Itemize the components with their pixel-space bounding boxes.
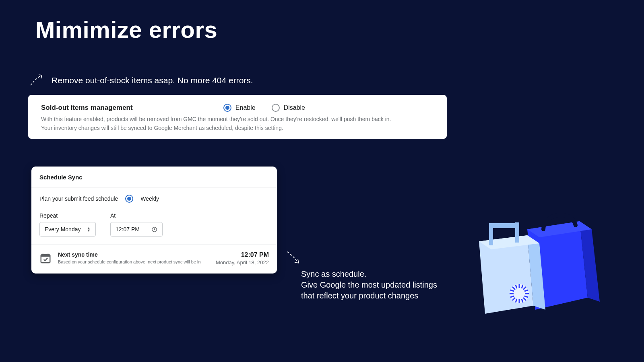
radio-selected-icon [223,104,231,112]
enable-radio[interactable]: Enable [223,104,256,112]
soldout-card: Sold-out items management Enable Disable… [28,95,447,139]
plan-row: Plan your submit feed schedule Weekly [39,195,269,203]
frequency-label: Weekly [140,195,159,202]
soldout-title: Sold-out items management [41,104,133,112]
sync-blurb: Sync as schedule. Give Google the most u… [301,269,438,301]
next-sync-sub: Based on your schedule configuration abo… [58,259,201,264]
at-label: At [110,212,163,219]
clock-icon [151,226,157,232]
time-input[interactable]: 12:07 PM [110,222,163,237]
time-value: 12:07 PM [116,226,140,232]
blurb-line2: Give Google the most updated listings th… [301,280,438,301]
repeat-label: Repeat [39,212,96,219]
page-title: Mimimize errors [35,16,217,43]
next-sync-date: Monday, April 18, 2022 [216,259,269,265]
soldout-desc-line1: With this feature enabled, products will… [41,115,434,124]
at-field: At 12:07 PM [110,212,163,237]
subtitle-text: Remove out-of-stock items asap. No more … [52,76,253,85]
plan-label: Plan your submit feed schedule [39,195,118,202]
calendar-check-icon [39,252,52,264]
svg-rect-11 [489,223,519,228]
soldout-desc-line2: Your inventory changes will still be syn… [41,124,434,133]
arrow-doodle-icon [29,72,45,88]
schedule-title: Schedule Sync [31,167,277,187]
soldout-description: With this feature enabled, products will… [41,115,434,132]
next-sync-time: 12:07 PM [216,251,269,259]
subtitle-row: Remove out-of-stock items asap. No more … [29,72,253,88]
repeat-value: Every Monday [45,226,80,232]
select-chevrons-icon: ▲▼ [87,227,91,232]
svg-rect-9 [489,225,493,245]
radio-selected-icon [127,197,131,201]
schedule-card: Schedule Sync Plan your submit feed sche… [31,167,277,274]
repeat-select[interactable]: Every Monday ▲▼ [39,222,96,237]
arrow-doodle-icon [286,250,303,269]
soldout-radio-group: Enable Disable [223,104,305,112]
blurb-line1: Sync as schedule. [301,269,438,280]
next-sync-title: Next sync time [58,251,201,258]
disable-label: Disable [284,104,305,111]
disable-radio[interactable]: Disable [272,104,305,112]
enable-label: Enable [235,104,256,111]
shopping-bags-icon [463,201,600,322]
repeat-field: Repeat Every Monday ▲▼ [39,212,96,237]
svg-rect-2 [41,255,50,257]
weekly-radio[interactable] [125,195,133,203]
radio-unselected-icon [272,104,280,112]
